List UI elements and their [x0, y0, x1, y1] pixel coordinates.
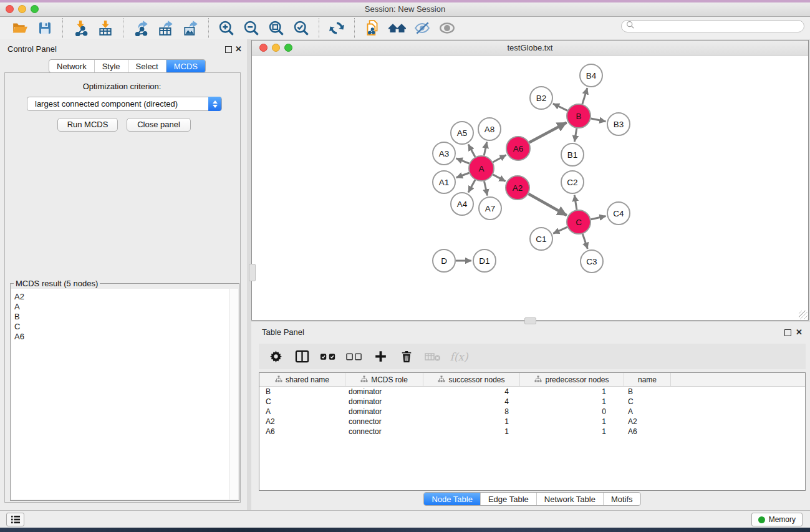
delete-column-icon[interactable]	[398, 349, 415, 365]
graph-edge-C-C4[interactable]	[591, 216, 606, 219]
graph-node-A4[interactable]: A4	[451, 193, 473, 215]
table-row[interactable]: A2connector11A2	[259, 417, 805, 427]
graph-node-A3[interactable]: A3	[433, 142, 455, 165]
table-cell[interactable]: A6	[624, 427, 671, 436]
close-panel-button[interactable]: Close panel	[127, 118, 191, 132]
graph-edge-B-B2[interactable]	[553, 104, 567, 110]
graph-node-B[interactable]: B	[567, 104, 591, 128]
memory-button[interactable]: Memory	[751, 513, 803, 526]
eye-slash-icon[interactable]	[412, 18, 432, 38]
zoom-selected-icon[interactable]	[291, 18, 311, 38]
graph-node-C3[interactable]: C3	[581, 250, 603, 273]
add-column-icon[interactable]	[372, 349, 388, 365]
table-cell[interactable]: A2	[259, 417, 345, 426]
column-header-name[interactable]: name	[624, 373, 671, 386]
graph-node-B1[interactable]: B1	[561, 143, 584, 166]
graph-node-B3[interactable]: B3	[607, 113, 630, 135]
resize-grip-icon[interactable]	[799, 311, 808, 319]
table-cell[interactable]: A	[624, 407, 671, 416]
graph-edge-B-B1[interactable]	[574, 128, 576, 142]
column-header-successor-nodes[interactable]: successor nodes	[423, 373, 520, 386]
graph-edge-A-A5[interactable]	[468, 144, 475, 157]
eye-icon[interactable]	[437, 18, 457, 38]
graph-edge-A-A1[interactable]	[456, 173, 470, 178]
table-cell[interactable]: 1	[423, 427, 520, 436]
gear-icon[interactable]	[268, 349, 284, 365]
graph-edge-A-A8[interactable]	[484, 142, 487, 156]
graph-edge-B-B4[interactable]	[582, 88, 587, 104]
column-header-mcds-role[interactable]: MCDS role	[345, 373, 423, 386]
table-cell[interactable]: dominator	[345, 407, 423, 416]
graph-node-A8[interactable]: A8	[478, 118, 501, 140]
graph-edge-C-C1[interactable]	[553, 227, 567, 233]
network-window-titlebar[interactable]: testGlobe.txt	[252, 41, 808, 56]
export-table-icon[interactable]	[156, 18, 176, 38]
graph-node-B2[interactable]: B2	[530, 87, 552, 109]
import-network-icon[interactable]	[70, 18, 90, 38]
network-canvas[interactable]: AA1A3A5A8A4A7A6A2BB2B4B3B1CC2C4C1C3DD1	[252, 56, 808, 320]
table-cell[interactable]: 1	[520, 387, 624, 396]
tab-motifs[interactable]: Motifs	[604, 493, 640, 505]
network-document-icon[interactable]	[362, 18, 382, 38]
open-folder-icon[interactable]	[10, 18, 30, 38]
table-cell[interactable]: connector	[345, 427, 423, 436]
graph-node-A2[interactable]: A2	[506, 176, 529, 200]
table-cell[interactable]: C	[259, 397, 345, 406]
column-header-predecessor-nodes[interactable]: predecessor nodes	[520, 373, 624, 386]
table-cell[interactable]: C	[624, 397, 671, 406]
save-icon[interactable]	[35, 18, 55, 38]
task-history-button[interactable]	[6, 513, 24, 526]
deselect-all-icon[interactable]	[346, 349, 362, 365]
graph-edge-A-A7[interactable]	[484, 181, 487, 196]
graph-edge-C-C3[interactable]	[582, 234, 587, 249]
graph-node-D[interactable]: D	[433, 249, 455, 272]
zoom-fit-icon[interactable]	[266, 18, 286, 38]
table-cell[interactable]: A6	[259, 427, 345, 436]
table-cell[interactable]: dominator	[345, 397, 423, 406]
graph-edge-B-B3[interactable]	[591, 118, 606, 122]
run-mcds-button[interactable]: Run MCDS	[57, 118, 118, 132]
graph-node-D1[interactable]: D1	[473, 249, 496, 272]
vertical-splitter-handle[interactable]	[249, 264, 256, 281]
graph-edge-A2-C[interactable]	[528, 194, 566, 215]
mcds-result-scrollbar[interactable]	[229, 289, 238, 500]
table-panel-float-icon[interactable]	[784, 329, 791, 336]
tab-network[interactable]: Network	[49, 60, 95, 72]
graph-edge-A6-B[interactable]	[529, 122, 567, 142]
table-row[interactable]: Cdominator41C	[259, 397, 805, 407]
graph-edge-C-C2[interactable]	[574, 195, 577, 210]
graph-node-A6[interactable]: A6	[506, 137, 530, 160]
table-cell[interactable]: B	[624, 387, 671, 396]
table-cell[interactable]: A2	[624, 417, 671, 426]
graph-node-C1[interactable]: C1	[530, 228, 552, 250]
zoom-out-icon[interactable]	[241, 18, 261, 38]
tab-style[interactable]: Style	[95, 60, 128, 72]
control-panel-close-icon[interactable]: ✕	[235, 45, 242, 53]
graph-node-B4[interactable]: B4	[580, 64, 602, 87]
graph-edge-A-A4[interactable]	[468, 180, 475, 192]
graph-node-C2[interactable]: C2	[561, 171, 584, 193]
tab-mcds[interactable]: MCDS	[166, 60, 205, 72]
optimization-select[interactable]: largest connected component (directed)	[27, 97, 222, 111]
graph-node-C[interactable]: C	[567, 210, 591, 234]
graph-edge-A-A3[interactable]	[456, 158, 469, 163]
column-header-shared-name[interactable]: shared name	[259, 373, 345, 386]
table-cell[interactable]: 4	[423, 397, 520, 406]
graph-edge-A-A2[interactable]	[493, 175, 506, 181]
table-row[interactable]: Adominator80A	[259, 407, 805, 417]
export-image-icon[interactable]	[181, 18, 201, 38]
graph-node-A7[interactable]: A7	[479, 197, 501, 220]
table-cell[interactable]: 4	[423, 387, 520, 396]
graph-node-A[interactable]: A	[469, 156, 494, 181]
table-row[interactable]: A6connector11A6	[259, 427, 805, 437]
table-cell[interactable]: 0	[520, 407, 624, 416]
graph-node-C4[interactable]: C4	[607, 202, 630, 225]
split-view-icon[interactable]	[294, 349, 310, 365]
import-table-icon[interactable]	[95, 18, 115, 38]
export-network-icon[interactable]	[131, 18, 151, 38]
table-cell[interactable]: dominator	[345, 387, 423, 396]
tab-edge-table[interactable]: Edge Table	[481, 493, 537, 505]
table-row[interactable]: Bdominator41B	[259, 387, 805, 397]
search-input[interactable]	[635, 21, 793, 31]
home-icon[interactable]	[387, 18, 407, 38]
